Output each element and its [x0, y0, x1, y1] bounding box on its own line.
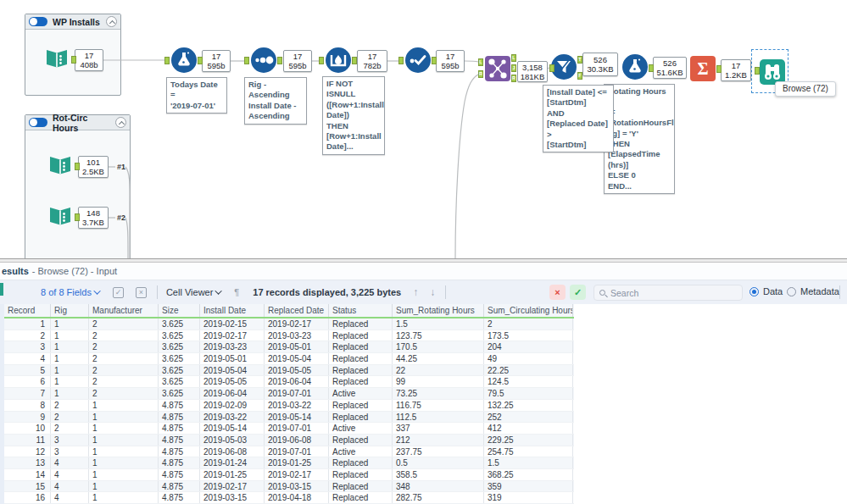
summarize-tool[interactable]: Σ: [690, 56, 716, 85]
table-row[interactable]: 15414.8752019-02-172019-03-15Replaced348…: [4, 481, 574, 493]
output-anchor[interactable]: [75, 213, 80, 221]
record-count-badge[interactable]: 526 30.3KB: [582, 53, 618, 76]
record-count-badge[interactable]: 17 595b: [436, 50, 465, 72]
column-header[interactable]: Status: [329, 304, 393, 317]
table-header-row: RecordRigManufacturerSizeInstall DateRep…: [4, 304, 574, 318]
unique-tool[interactable]: [405, 47, 431, 76]
table-row[interactable]: 4123.6252019-05-012019-05-04Replaced44.2…: [4, 353, 574, 365]
workflow-canvas[interactable]: WP Installs Rot-Circ Hours: [0, 0, 847, 258]
filter-false-anchor[interactable]: F: [577, 72, 582, 80]
table-row[interactable]: 7123.6252019-06-042019-07-01Active73.257…: [4, 388, 574, 400]
sort-tool[interactable]: [251, 47, 276, 76]
formula-tool-rotating[interactable]: [622, 54, 648, 83]
table-row[interactable]: 8214.8752019-02-092019-03-22Replaced116.…: [4, 400, 574, 412]
output-anchor[interactable]: [198, 57, 203, 64]
table-cell: 2019-05-01: [265, 341, 329, 352]
output-anchor[interactable]: [716, 65, 722, 73]
formula-date-annotation[interactable]: Todays Date = '2019-07-01': [166, 77, 227, 114]
join-output-anchor-join[interactable]: J: [511, 64, 516, 72]
table-cell: 4.875: [159, 492, 200, 503]
input-anchor[interactable]: [398, 57, 404, 64]
output-anchor[interactable]: [71, 56, 76, 64]
table-row[interactable]: 3123.6252019-03-232019-05-01Replaced170.…: [4, 341, 574, 353]
column-header[interactable]: Sum_Circulating Hours: [484, 304, 573, 317]
table-row[interactable]: 14414.8752019-01-252019-02-17Replaced358…: [4, 469, 574, 481]
multi-row-annotation[interactable]: IF NOT ISNULL ([Row+1:Install Date]) THE…: [322, 76, 385, 155]
column-header[interactable]: Rig: [51, 304, 89, 317]
table-row[interactable]: 5123.6252019-05-042019-05-05Replaced2222…: [4, 365, 574, 377]
output-anchor[interactable]: [432, 57, 437, 64]
output-anchor[interactable]: [649, 64, 654, 72]
select-all-checkbox-icon[interactable]: ✓: [113, 287, 124, 298]
multi-row-formula-tool[interactable]: [326, 47, 351, 76]
join-output-anchor-left[interactable]: L: [511, 54, 516, 62]
table-row[interactable]: 12314.8752019-06-082019-07-01Active237.7…: [4, 446, 574, 458]
table-row[interactable]: 11314.8752019-05-032019-06-08Replaced212…: [4, 435, 574, 446]
join-output-anchor-right[interactable]: R: [511, 75, 516, 82]
record-count-badge[interactable]: 17 782b: [357, 50, 387, 72]
table-row[interactable]: 1123.6252019-02-152019-02-17Replaced1.52: [4, 318, 574, 330]
results-table-body: 1123.6252019-02-152019-02-17Replaced1.52…: [4, 318, 574, 504]
record-count-badge[interactable]: 17 595b: [202, 50, 231, 72]
join-input-anchor-left[interactable]: L: [478, 58, 483, 66]
table-cell: 212: [393, 435, 484, 446]
column-header[interactable]: Sum_Rotating Hours: [393, 304, 484, 317]
column-header[interactable]: Replaced Date: [265, 304, 329, 317]
pane-splitter[interactable]: [0, 258, 847, 263]
record-count-badge[interactable]: 17 1.2KB: [721, 59, 751, 81]
input-anchor[interactable]: [755, 67, 760, 75]
column-header[interactable]: Record: [4, 304, 51, 317]
search-input[interactable]: [610, 288, 721, 298]
output-anchor[interactable]: [352, 57, 357, 64]
filter-tool[interactable]: [551, 54, 577, 83]
formula-tool[interactable]: [171, 47, 197, 76]
radio-data[interactable]: Data: [749, 286, 783, 296]
output-anchor[interactable]: [277, 57, 282, 64]
radio-metadata[interactable]: Metadata: [787, 286, 839, 296]
sort-annotation[interactable]: Rig - Ascending Install Date - Ascending: [244, 77, 307, 125]
input-data-tool-wp[interactable]: [44, 46, 70, 75]
deselect-box-icon[interactable]: ×: [136, 287, 147, 298]
join-tool[interactable]: [485, 56, 510, 85]
output-anchor[interactable]: [75, 163, 80, 170]
filter-true-anchor[interactable]: T: [577, 56, 582, 64]
record-count-badge[interactable]: 17 408b: [75, 49, 103, 71]
input-data-tool-rot1[interactable]: [47, 152, 73, 181]
input-anchor[interactable]: [244, 57, 249, 64]
record-count-badge[interactable]: 17 595b: [283, 50, 312, 72]
column-header[interactable]: Manufacturer: [89, 304, 159, 317]
table-cell: 2019-02-17: [200, 330, 265, 341]
formula-rotating-annotation[interactable]: Rotating Hours = IF [RotationHoursFl ag]…: [604, 84, 675, 194]
table-row[interactable]: 13414.8752019-01-242019-01-25Replaced0.5…: [4, 457, 574, 469]
filter-annotation[interactable]: [Install Date] <= [StartDtm] AND [Replac…: [543, 85, 614, 152]
input-data-tool-rot2[interactable]: [47, 203, 73, 232]
join-input-anchor-right[interactable]: R: [478, 70, 483, 78]
fields-dropdown[interactable]: 8 of 8 Fields: [41, 287, 101, 297]
table-row[interactable]: 10214.8752019-05-142019-07-01Active33741…: [4, 423, 574, 435]
table-cell: 368.25: [484, 469, 573, 480]
table-cell: 8: [4, 400, 51, 411]
annotation-line: END...: [608, 181, 671, 191]
close-results-button[interactable]: ×: [549, 285, 566, 300]
table-row[interactable]: 6123.6252019-05-052019-06-04Replaced9912…: [4, 376, 574, 388]
record-count-badge[interactable]: 148 3.7KB: [78, 207, 109, 229]
arrow-down-icon[interactable]: ↓: [430, 286, 435, 298]
annotation-line: [Replaced Date] >: [547, 119, 610, 140]
input-anchor[interactable]: [549, 64, 554, 72]
input-anchor[interactable]: [319, 57, 324, 64]
record-count-badge[interactable]: 101 2.5KB: [78, 156, 109, 178]
column-header[interactable]: Install Date: [200, 304, 265, 317]
cell-viewer-dropdown[interactable]: Cell Viewer: [166, 287, 222, 297]
apply-button[interactable]: ✓: [570, 285, 586, 300]
record-count-badge[interactable]: 526 51.6KB: [653, 57, 687, 79]
results-pane: esults - Browse (72) - Input 8 of 8 Fiel…: [0, 263, 847, 504]
input-anchor[interactable]: [164, 57, 170, 64]
table-row[interactable]: 16414.8752019-03-152019-04-18Replaced282…: [4, 492, 574, 504]
table-row[interactable]: 2123.6252019-02-172019-03-23Replaced123.…: [4, 330, 574, 342]
record-count-badge[interactable]: 3,158 181KB: [517, 61, 548, 82]
search-box[interactable]: [593, 285, 743, 301]
pilcrow-icon[interactable]: ¶: [234, 287, 239, 297]
column-header[interactable]: Size: [159, 304, 200, 317]
table-row[interactable]: 9214.8752019-03-222019-05-14Replaced112.…: [4, 412, 574, 424]
arrow-up-icon[interactable]: ↑: [413, 286, 418, 298]
